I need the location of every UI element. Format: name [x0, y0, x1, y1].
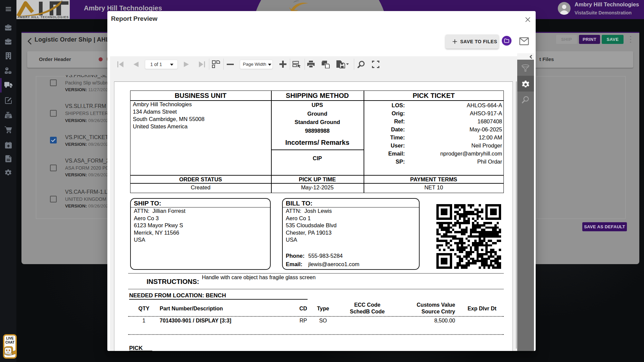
svg-text:®: ®: [61, 1, 63, 3]
svg-text:AMBRY HILL TECHNOLOGIES: AMBRY HILL TECHNOLOGIES: [17, 15, 68, 19]
